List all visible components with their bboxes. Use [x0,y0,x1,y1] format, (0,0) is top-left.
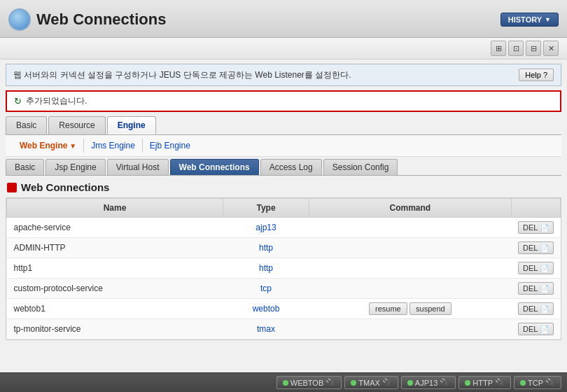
help-button[interactable]: Help ? [519,69,554,81]
row-name: webtob1 [7,299,223,319]
badge-label-http: HTTP [472,379,493,387]
status-badge-tmax[interactable]: TMAX 🔌 [344,376,398,389]
row-command [309,218,512,238]
badge-label-webtob: WEBTOB [290,379,323,387]
del-button-5[interactable]: DEL [518,323,553,335]
tab-inner-access-log[interactable]: Access Log [260,159,322,175]
row-del: DEL [511,279,560,299]
header-icon [8,8,31,31]
row-type: webtob [223,299,309,319]
tab-basic[interactable]: Basic [6,116,47,134]
badge-label-ajp13: AJP13 [415,379,438,387]
network-icon: 🔌 [382,378,392,387]
tab-inner-virtual-host[interactable]: Virtual Host [107,159,169,175]
row-command: resume suspend [309,299,512,319]
toolbar: ⊞ ⊡ ⊟ ✕ [0,38,567,59]
row-name: http1 [7,258,223,279]
resume-button-4[interactable]: resume [369,302,407,315]
engine-subnav: Web Engine Jms Engine Ejb Engine [6,135,561,157]
row-type: tmax [223,319,309,340]
row-del: DEL [511,319,560,340]
table-row: http1 http DEL [7,258,561,279]
section-title: Web Connections [21,181,109,193]
bottom-status-bar: WEBTOB 🔌 TMAX 🔌 AJP13 🔌 HTTP 🔌 TCP 🔌 [0,372,567,392]
toolbar-icon-1[interactable]: ⊞ [491,41,506,56]
info-bar: 웹 서버와의 커넥션 설정을 구성하거나 JEUS 단독으로 제공하는 Web … [6,64,561,86]
tabs-top: Basic Resource Engine [6,116,561,135]
table-row: webtob1 webtob resume suspend DEL [7,299,561,319]
tab-inner-web-connections[interactable]: Web Connections [170,159,259,175]
help-icon: ? [543,71,547,79]
info-description: 웹 서버와의 커넥션 설정을 구성하거나 JEUS 단독으로 제공하는 Web … [13,69,351,81]
refresh-icon: ↻ [14,96,22,106]
toolbar-icon-4[interactable]: ✕ [543,41,559,56]
status-badge-ajp13[interactable]: AJP13 🔌 [401,376,456,389]
col-action [511,199,560,218]
col-name: Name [7,199,223,218]
table-row: ADMIN-HTTP http DEL [7,238,561,258]
row-name: tp-monitor-service [7,319,223,340]
table-row: tp-monitor-service tmax DEL [7,319,561,340]
subnav-jms-engine[interactable]: Jms Engine [84,139,143,153]
section-title-area: Web Connections [0,176,567,197]
row-name: custom-protocol-service [7,279,223,299]
row-command [309,238,512,258]
table-row: custom-protocol-service tcp DEL [7,279,561,299]
status-dot-tcp [520,380,526,386]
row-type: http [223,258,309,279]
status-dot-http [465,380,470,386]
suspend-button-4[interactable]: suspend [410,302,451,315]
tab-inner-basic[interactable]: Basic [6,159,44,175]
toolbar-icon-3[interactable]: ⊟ [526,41,541,56]
tab-resource[interactable]: Resource [48,116,105,134]
del-button-3[interactable]: DEL [518,282,553,295]
network-icon: 🔌 [495,378,505,387]
row-del: DEL [511,218,560,238]
network-icon: 🔌 [545,378,555,387]
del-button-4[interactable]: DEL [518,302,553,315]
row-name: apache-service [7,218,223,238]
history-button[interactable]: HISTORY [500,13,559,27]
toolbar-icon-2[interactable]: ⊡ [508,41,524,56]
web-connections-table: Name Type Command apache-service ajp13 D… [6,197,561,340]
row-type: http [223,238,309,258]
row-name: ADMIN-HTTP [7,238,223,258]
badge-label-tmax: TMAX [358,379,380,387]
status-dot-ajp13 [407,380,413,386]
status-dot-tmax [351,380,356,386]
tab-inner-jsp-engine[interactable]: Jsp Engine [46,159,105,175]
row-command [309,279,512,299]
status-badge-http[interactable]: HTTP 🔌 [458,376,511,389]
status-badge-webtob[interactable]: WEBTOB 🔌 [276,376,342,389]
tab-inner-session-config[interactable]: Session Config [323,159,398,175]
tab-engine[interactable]: Engine [107,116,156,134]
section-title-icon [7,183,17,192]
table-header-row: Name Type Command [7,199,561,218]
badge-label-tcp: TCP [528,379,543,387]
col-type: Type [223,199,309,218]
status-dot-webtob [283,380,288,386]
row-type: tcp [223,279,309,299]
row-del: DEL [511,238,560,258]
row-del: DEL [511,299,560,319]
del-button-1[interactable]: DEL [518,241,553,254]
network-icon: 🔌 [440,378,449,387]
col-command: Command [309,199,512,218]
page-title: Web Connections [36,10,166,29]
tabs-inner: Basic Jsp Engine Virtual Host Web Connec… [6,157,561,176]
success-message: 추가되었습니다. [26,95,87,107]
row-command [309,258,512,279]
table-row: apache-service ajp13 DEL [7,218,561,238]
row-command [309,319,512,340]
del-button-0[interactable]: DEL [518,221,553,234]
row-del: DEL [511,258,560,279]
subnav-web-engine[interactable]: Web Engine [13,139,84,153]
subnav-ejb-engine[interactable]: Ejb Engine [143,139,197,153]
network-icon: 🔌 [326,378,335,387]
del-button-2[interactable]: DEL [518,262,553,274]
status-badge-tcp[interactable]: TCP 🔌 [514,376,561,389]
row-type: ajp13 [223,218,309,238]
success-message-bar: ↻ 추가되었습니다. [6,90,561,112]
main-content: ⊞ ⊡ ⊟ ✕ 웹 서버와의 커넥션 설정을 구성하거나 JEUS 단독으로 제… [0,38,567,392]
page-title-area: Web Connections [8,8,166,31]
